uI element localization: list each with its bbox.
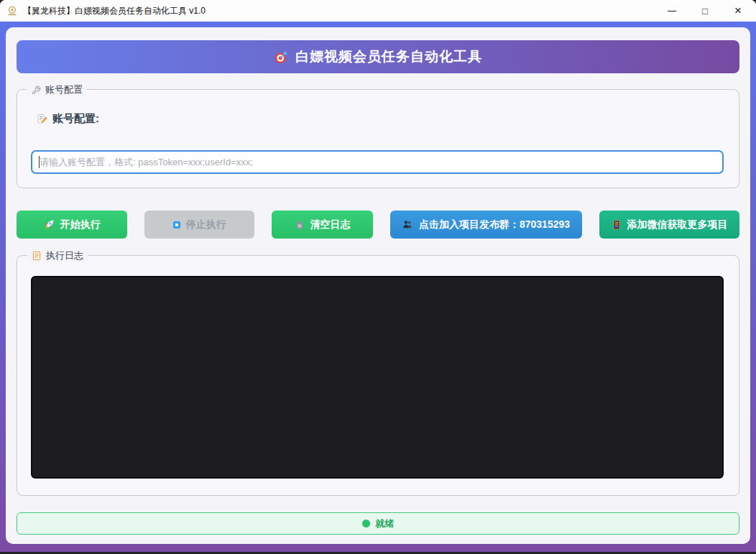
clear-log-button[interactable]: 清空日志 <box>272 211 373 239</box>
clear-log-button-label: 清空日志 <box>310 218 351 231</box>
mobile-phone-icon <box>612 220 622 230</box>
close-button[interactable]: × <box>722 0 755 22</box>
action-button-row: 开始执行 停止执行 <box>17 211 739 239</box>
account-groupbox-legend-label: 账号配置 <box>45 83 83 96</box>
text-caret <box>39 156 40 168</box>
stop-button-label: 停止执行 <box>186 218 226 231</box>
green-dot-icon <box>362 520 370 527</box>
wrench-icon <box>32 86 41 95</box>
main-content: 白嫖视频会员任务自动化工具 账号配置 <box>6 27 750 544</box>
join-group-button-label: 点击加入项目发布群：870315293 <box>419 218 570 231</box>
app-icon <box>6 5 18 17</box>
dart-target-icon <box>274 50 289 65</box>
start-button-label: 开始执行 <box>60 218 101 231</box>
window-controls: — □ × <box>655 0 755 22</box>
stop-square-icon <box>173 221 180 228</box>
status-text: 就绪 <box>376 517 395 530</box>
log-groupbox-legend: 执行日志 <box>27 249 88 262</box>
window-title: 【翼龙科技】白嫖视频会员任务自动化工具 v1.0 <box>23 5 206 17</box>
account-groupbox-legend: 账号配置 <box>27 83 87 96</box>
maximize-button[interactable]: □ <box>688 0 722 22</box>
account-config-input[interactable] <box>31 150 724 174</box>
account-config-groupbox: 账号配置 账号配置: <box>17 89 739 188</box>
account-config-label: 账号配置: <box>37 112 99 126</box>
add-wechat-button[interactable]: 添加微信获取更多项目 <box>599 211 739 239</box>
status-bar: 就绪 <box>17 512 739 535</box>
log-console[interactable] <box>31 276 724 479</box>
title-bar: 【翼龙科技】白嫖视频会员任务自动化工具 v1.0 — □ × <box>0 0 756 22</box>
log-groupbox-legend-label: 执行日志 <box>46 249 83 262</box>
start-button[interactable]: 开始执行 <box>17 211 127 239</box>
account-config-label-text: 账号配置: <box>52 112 99 126</box>
memo-pencil-icon <box>37 114 47 124</box>
window-frame: 白嫖视频会员任务自动化工具 账号配置 <box>0 22 756 552</box>
log-groupbox: 执行日志 <box>17 255 739 496</box>
add-wechat-button-label: 添加微信获取更多项目 <box>627 218 728 231</box>
rocket-icon <box>44 219 55 230</box>
stop-button[interactable]: 停止执行 <box>144 211 254 239</box>
app-window: 【翼龙科技】白嫖视频会员任务自动化工具 v1.0 — □ × <box>0 0 756 552</box>
join-group-button[interactable]: 点击加入项目发布群：870315293 <box>390 211 582 239</box>
clipboard-icon <box>32 251 42 261</box>
header-banner: 白嫖视频会员任务自动化工具 <box>17 40 739 73</box>
minimize-button[interactable]: — <box>655 0 688 22</box>
people-icon <box>402 219 413 230</box>
trash-icon <box>295 220 305 230</box>
page-title: 白嫖视频会员任务自动化工具 <box>295 47 482 66</box>
